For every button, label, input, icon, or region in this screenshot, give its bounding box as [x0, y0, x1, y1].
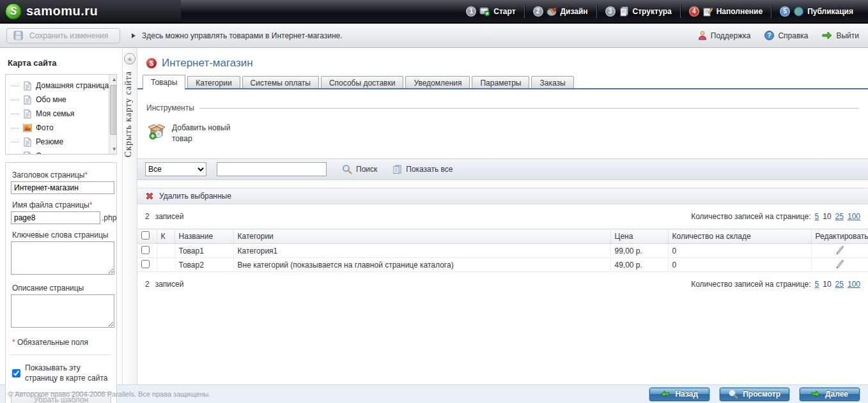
support-label: Поддержка [711, 31, 751, 40]
show-all-button[interactable]: Показать все [392, 165, 453, 174]
tree-item-label: Моя семья [36, 109, 74, 118]
footer-bar: © Авторское право 2004-2008 Parallels. В… [0, 384, 868, 403]
step-structure[interactable]: 3 Структура [597, 0, 680, 22]
help-question-icon: ? [764, 31, 774, 40]
show-all-label: Показать все [406, 165, 453, 174]
back-button[interactable]: Назад [649, 387, 710, 402]
page-icon [23, 151, 32, 155]
save-changes-label: Сохранить изменения [29, 31, 108, 40]
cell-price: 99,00 р. [610, 244, 668, 258]
exit-link[interactable]: Выйти [822, 31, 859, 40]
row-checkbox[interactable] [141, 246, 150, 254]
copyright-text: © Авторское право 2004-2008 Parallels. В… [0, 390, 211, 398]
tree-item-links[interactable]: Ссылки [10, 149, 109, 155]
legend-line [199, 108, 859, 109]
file-name-field[interactable] [11, 211, 100, 224]
next-button[interactable]: Далее [799, 387, 860, 402]
step-start[interactable]: 1 Старт [458, 0, 523, 22]
description-field[interactable] [11, 294, 114, 328]
row-checkbox[interactable] [141, 260, 150, 268]
tree-item-photo[interactable]: Фото [10, 121, 109, 135]
structure-icon [619, 6, 630, 17]
collapse-sitemap-button[interactable]: « [124, 53, 136, 65]
edit-pencil-icon[interactable] [835, 245, 845, 255]
tab-notifications[interactable]: Уведомления [405, 76, 470, 89]
tab-payment-systems[interactable]: Системы оплаты [242, 76, 319, 89]
search-button[interactable]: Поиск [342, 164, 377, 174]
step-publish[interactable]: 5 Публикация [771, 0, 862, 22]
tab-orders[interactable]: Заказы [531, 76, 573, 89]
tree-item-family[interactable]: Моя семья [10, 107, 109, 121]
show-in-sitemap-checkbox[interactable] [12, 363, 20, 383]
page-size-100[interactable]: 100 [848, 280, 860, 289]
save-changes-button[interactable]: Сохранить изменения [6, 28, 120, 43]
top-bar: S samomu.ru 1 Старт 2 Дизайн 3 Структура… [0, 0, 868, 24]
tree-item-home[interactable]: Домашняя страница [10, 79, 109, 93]
page-size-100[interactable]: 100 [848, 212, 860, 221]
content-icon [702, 6, 713, 17]
add-product-link[interactable]: Добавить новый товар [148, 123, 275, 144]
back-label: Назад [675, 390, 698, 399]
tree-item-label: Резюме [36, 137, 63, 146]
page-title-field[interactable] [11, 181, 114, 194]
tools-section: Инструменты Добавить новый товар [146, 103, 859, 144]
search-input[interactable] [217, 162, 327, 176]
pagination-label: Количество записей на странице: [691, 212, 810, 221]
table-header-row: К Название Категории Цена Количество на … [137, 229, 868, 244]
search-bar: Все Поиск Показать все [137, 158, 868, 180]
search-filter-select[interactable]: Все [145, 162, 206, 176]
header-stock: Количество на складе [668, 229, 811, 244]
sitemap-tree: Домашняя страница Обо мне Моя семья Фото [5, 74, 117, 155]
select-all-checkbox[interactable] [141, 231, 150, 240]
products-table: К Название Категории Цена Количество на … [137, 229, 868, 272]
page-size-25[interactable]: 25 [835, 212, 844, 221]
show-in-sitemap-label: Показывать эту страницу в карте сайта [25, 363, 111, 383]
sitemap-sidebar: Карта сайта Домашняя страница Обо мне Мо… [0, 48, 123, 384]
cell-price: 49,00 р. [610, 258, 668, 272]
next-arrow-icon [811, 390, 820, 398]
show-in-sitemap-row[interactable]: Показывать эту страницу в карте сайта [12, 363, 111, 383]
page-size-25[interactable]: 25 [835, 280, 844, 289]
tools-legend-row: Инструменты [146, 103, 859, 112]
sitemap-collapse-strip: « Скрыть карту сайта [123, 48, 137, 384]
support-person-icon [698, 31, 707, 40]
scroll-up-arrow[interactable]: ▲ [109, 75, 117, 84]
tree-scrollbar[interactable]: ▲ ▼ [109, 75, 117, 154]
help-label: Справка [778, 31, 808, 40]
scroll-down-arrow[interactable]: ▼ [109, 144, 117, 154]
step-design[interactable]: 2 Дизайн [525, 0, 596, 22]
tab-categories[interactable]: Категории [187, 76, 240, 89]
tab-products[interactable]: Товары [143, 75, 185, 89]
support-link[interactable]: Поддержка [698, 31, 751, 40]
scrollbar-thumb[interactable] [110, 85, 117, 135]
edit-pencil-icon[interactable] [835, 259, 845, 269]
add-product-icon [148, 123, 166, 141]
logo[interactable]: S samomu.ru [0, 0, 181, 22]
step-design-label: Дизайн [561, 7, 588, 16]
delete-selected-button[interactable]: Удалить выбранные [137, 188, 868, 204]
step-5-badge: 5 [780, 6, 790, 17]
page-header: $ Интернет-магазин [137, 48, 868, 76]
tab-delivery-methods[interactable]: Способы доставки [321, 76, 404, 89]
shop-tabs: Товары Категории Системы оплаты Способы … [137, 76, 868, 89]
photo-icon [23, 123, 32, 133]
toolbar-right: Поддержка ? Справка Выйти [698, 31, 868, 40]
help-link[interactable]: ? Справка [764, 31, 808, 40]
page-size-10: 10 [823, 280, 831, 289]
page-size-5[interactable]: 5 [815, 212, 819, 221]
collapse-sitemap-label[interactable]: Скрыть карту сайта [123, 71, 134, 157]
cell-k [157, 244, 174, 258]
page-size-5[interactable]: 5 [815, 280, 819, 289]
step-1-badge: 1 [466, 6, 476, 17]
tab-parameters[interactable]: Параметры [472, 76, 529, 89]
tree-item-about[interactable]: Обо мне [10, 93, 109, 107]
step-content[interactable]: 4 Наполнение [681, 0, 771, 22]
keywords-field[interactable] [11, 241, 114, 275]
tree-item-resume[interactable]: Резюме [10, 135, 109, 149]
description-field-label: Описание страницы [12, 284, 111, 293]
pagination-top: Количество записей на странице: 5 10 25 … [691, 212, 860, 221]
preview-magnifier-icon [729, 390, 738, 399]
exit-arrow-icon [822, 31, 832, 40]
delete-x-icon [145, 192, 154, 201]
preview-button[interactable]: Просмотр [719, 387, 790, 402]
